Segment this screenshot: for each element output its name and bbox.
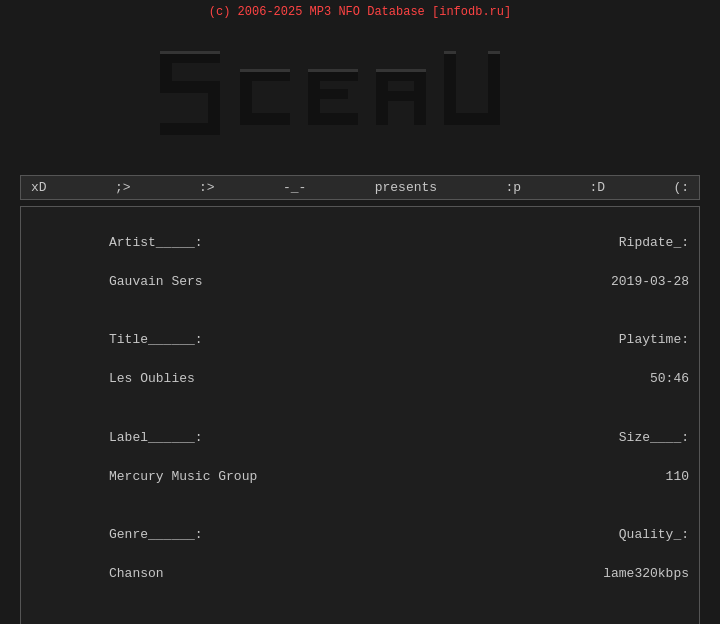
svg-rect-21 [308,69,358,72]
svg-rect-4 [160,123,220,135]
presents-item-3: -_- [283,180,306,195]
title-value: Les Oublies [109,371,195,386]
svg-rect-22 [376,69,426,72]
svg-rect-10 [308,89,348,99]
presents-item-7: (: [673,180,689,195]
ripdate-label: Ripdate_: [619,235,689,250]
source-line: Source__: WEB [360,603,689,624]
info-right: Ripdate_: 2019-03-28 Playtime: 50:46 Siz… [360,213,689,624]
svg-rect-15 [376,91,426,101]
size-label: Size____: [619,430,689,445]
artist-value: Gauvain Sers [109,274,203,289]
svg-rect-18 [488,51,500,125]
artist-line: Artist_____: Gauvain Sers [31,213,360,311]
presents-item-2: :> [199,180,215,195]
playtime-label: Playtime: [619,332,689,347]
svg-rect-11 [308,113,358,125]
logo-area [0,21,720,175]
svg-rect-19 [160,51,220,54]
sceau-logo [150,31,570,161]
copyright-text: (c) 2006-2025 MP3 NFO Database [infodb.r… [209,5,511,19]
genre-line: Genre______: Chanson [31,506,360,604]
title-label: Title______: [109,332,203,347]
genre-value: Chanson [109,566,164,581]
quality-line: Quality_: lame320kbps [360,506,689,604]
presents-item-1: ;> [115,180,131,195]
svg-rect-23 [444,51,456,54]
playtime-value: 50:46 [650,371,689,386]
title-line: Title______: Les Oublies [31,311,360,409]
svg-rect-7 [240,113,290,125]
presents-bar: xD ;> :> -_- presents :p :D (: [20,175,700,200]
presents-item-xd: xD [31,180,47,195]
svg-rect-24 [488,51,500,54]
genre-label: Genre______: [109,527,203,542]
webstore-line: Webstoreurl: play.google.com [31,603,360,624]
size-value: 110 [666,469,689,484]
page: (c) 2006-2025 MP3 NFO Database [infodb.r… [0,0,720,624]
copyright-area: (c) 2006-2025 MP3 NFO Database [infodb.r… [0,0,720,21]
playtime-line: Playtime: 50:46 [360,311,689,409]
label-line: Label______: Mercury Music Group [31,408,360,506]
label-value: Mercury Music Group [109,469,257,484]
label-label: Label______: [109,430,203,445]
svg-rect-1 [160,51,172,81]
quality-label: Quality_: [619,527,689,542]
presents-item-presents: presents [375,180,437,195]
svg-rect-20 [240,69,290,72]
svg-rect-2 [160,81,220,93]
svg-rect-3 [208,93,220,123]
artist-label: Artist_____: [109,235,203,250]
info-left: Artist_____: Gauvain Sers Title______: L… [31,213,360,624]
size-line: Size____: 110 [360,408,689,506]
presents-item-5: :p [505,180,521,195]
ripdate-line: Ripdate_: 2019-03-28 [360,213,689,311]
quality-value: lame320kbps [603,566,689,581]
ripdate-value: 2019-03-28 [611,274,689,289]
info-box: Artist_____: Gauvain Sers Title______: L… [20,206,700,624]
presents-item-6: :D [589,180,605,195]
